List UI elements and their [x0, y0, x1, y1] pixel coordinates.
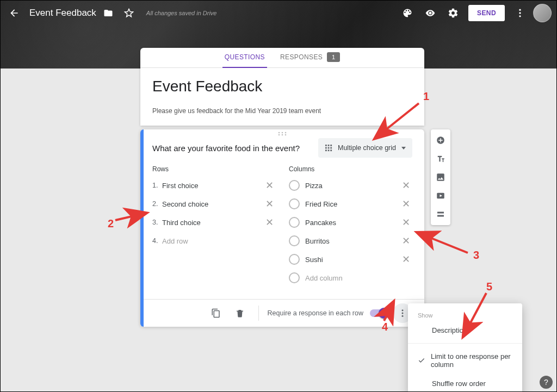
remove-row-button[interactable]: ✕ — [263, 216, 276, 228]
radio-icon — [289, 198, 300, 209]
column-option-label[interactable]: Burritos — [305, 237, 400, 245]
arrow-left-icon — [9, 8, 20, 18]
column-option-label[interactable]: Pizza — [305, 182, 400, 190]
tab-questions[interactable]: QUESTIONS — [222, 47, 267, 68]
doc-title[interactable]: Event Feedback — [29, 8, 96, 18]
column-option[interactable]: Pizza ✕ — [289, 176, 412, 195]
row-option-label[interactable]: Second choice — [162, 200, 263, 208]
column-option[interactable]: Sushi ✕ — [289, 250, 412, 269]
more-button[interactable] — [509, 2, 531, 24]
preview-button[interactable] — [419, 2, 441, 24]
question-card: What are your favorite food in the event… — [140, 129, 424, 327]
row-option[interactable]: 1. First choice ✕ — [152, 176, 276, 195]
radio-icon — [289, 180, 300, 191]
save-status: All changes saved in Drive — [146, 10, 217, 16]
plus-circle-icon — [436, 135, 445, 145]
menu-item-limit[interactable]: Limit to one response per column — [408, 347, 522, 374]
back-button[interactable] — [3, 2, 25, 24]
require-toggle[interactable] — [370, 309, 388, 317]
duplicate-button[interactable] — [206, 303, 226, 323]
menu-divider — [408, 343, 522, 344]
menu-item-label: Limit to one response per column — [431, 352, 512, 369]
svg-point-3 — [278, 132, 280, 134]
add-column[interactable]: Add column — [289, 269, 412, 287]
move-to-folder-button[interactable] — [100, 4, 117, 22]
side-toolbar — [431, 129, 450, 225]
svg-point-10 — [402, 313, 404, 314]
svg-point-2 — [519, 15, 521, 17]
remove-row-button[interactable]: ✕ — [263, 198, 276, 210]
remove-column-button[interactable]: ✕ — [400, 216, 412, 228]
column-option-label[interactable]: Pancakes — [305, 219, 400, 227]
svg-point-5 — [285, 132, 287, 134]
column-option[interactable]: Fried Rice ✕ — [289, 195, 412, 213]
svg-point-1 — [519, 12, 521, 14]
help-button[interactable]: ? — [540, 376, 553, 389]
remove-column-button[interactable]: ✕ — [400, 253, 412, 265]
menu-item-description[interactable]: Description — [408, 321, 522, 340]
annotation-number: 2 — [108, 217, 114, 229]
add-video-button[interactable] — [433, 188, 448, 203]
column-option[interactable]: Pancakes ✕ — [289, 213, 412, 232]
help-icon: ? — [544, 378, 548, 387]
columns-header: Columns — [289, 165, 412, 173]
divider — [258, 306, 259, 321]
check-icon — [418, 357, 425, 364]
section-icon — [436, 209, 445, 219]
question-title[interactable]: What are your favorite food in the event… — [152, 144, 313, 153]
response-count-badge: 1 — [327, 52, 340, 62]
add-section-button[interactable] — [433, 207, 448, 222]
svg-point-0 — [519, 9, 521, 11]
column-option[interactable]: Burritos ✕ — [289, 232, 412, 250]
add-row[interactable]: 4. Add row — [152, 232, 276, 250]
row-option-label[interactable]: First choice — [162, 182, 263, 190]
svg-point-8 — [285, 134, 287, 136]
remove-column-button[interactable]: ✕ — [400, 198, 412, 210]
column-option-label[interactable]: Fried Rice — [305, 200, 400, 208]
drag-handle[interactable] — [140, 129, 424, 138]
add-title-button[interactable] — [433, 151, 448, 166]
chevron-down-icon — [401, 147, 406, 150]
tab-label: RESPONSES — [280, 53, 323, 61]
add-column-label: Add column — [305, 274, 412, 282]
radio-icon — [289, 235, 300, 246]
svg-rect-15 — [437, 215, 444, 217]
add-row-label: Add row — [162, 237, 276, 245]
add-image-button[interactable] — [433, 170, 448, 185]
form-title[interactable]: Event Feedback — [152, 78, 412, 95]
menu-section-label: Show — [408, 309, 522, 321]
header-toolbar: Event Feedback All changes saved in Driv… — [0, 0, 557, 26]
active-indicator — [140, 129, 144, 327]
remove-column-button[interactable]: ✕ — [400, 179, 412, 191]
account-avatar[interactable] — [533, 4, 552, 22]
form-card: QUESTIONS RESPONSES 1 Event Feedback Ple… — [140, 48, 424, 126]
menu-item-shuffle[interactable]: Shuffle row order — [408, 374, 522, 392]
send-button[interactable]: SEND — [468, 5, 505, 21]
remove-column-button[interactable]: ✕ — [400, 235, 412, 247]
text-icon — [436, 154, 445, 164]
theme-button[interactable] — [397, 2, 418, 24]
tab-responses[interactable]: RESPONSES 1 — [278, 47, 342, 68]
radio-icon — [289, 254, 300, 265]
trash-icon — [235, 308, 245, 318]
column-option-label[interactable]: Sushi — [305, 256, 400, 264]
columns-column: Columns Pizza ✕ Fried Rice ✕ Pancakes ✕ — [289, 165, 412, 287]
question-type-picker[interactable]: Multiple choice grid — [318, 138, 412, 158]
star-button[interactable] — [120, 4, 138, 22]
settings-button[interactable] — [442, 2, 464, 24]
question-more-menu: Show Description Limit to one response p… — [408, 303, 522, 392]
video-icon — [436, 191, 445, 201]
svg-point-9 — [402, 309, 404, 311]
add-question-button[interactable] — [433, 133, 448, 148]
svg-point-6 — [278, 134, 280, 136]
require-label: Require a response in each row — [268, 309, 364, 317]
delete-button[interactable] — [230, 303, 250, 323]
row-option-label[interactable]: Third choice — [162, 219, 263, 227]
form-description[interactable]: Please give us feedback for the Mid Year… — [152, 107, 412, 115]
svg-rect-14 — [437, 212, 444, 214]
rows-header: Rows — [152, 165, 276, 173]
star-icon — [124, 8, 134, 18]
remove-row-button[interactable]: ✕ — [263, 179, 276, 191]
row-option[interactable]: 3. Third choice ✕ — [152, 213, 276, 232]
row-option[interactable]: 2. Second choice ✕ — [152, 195, 276, 213]
